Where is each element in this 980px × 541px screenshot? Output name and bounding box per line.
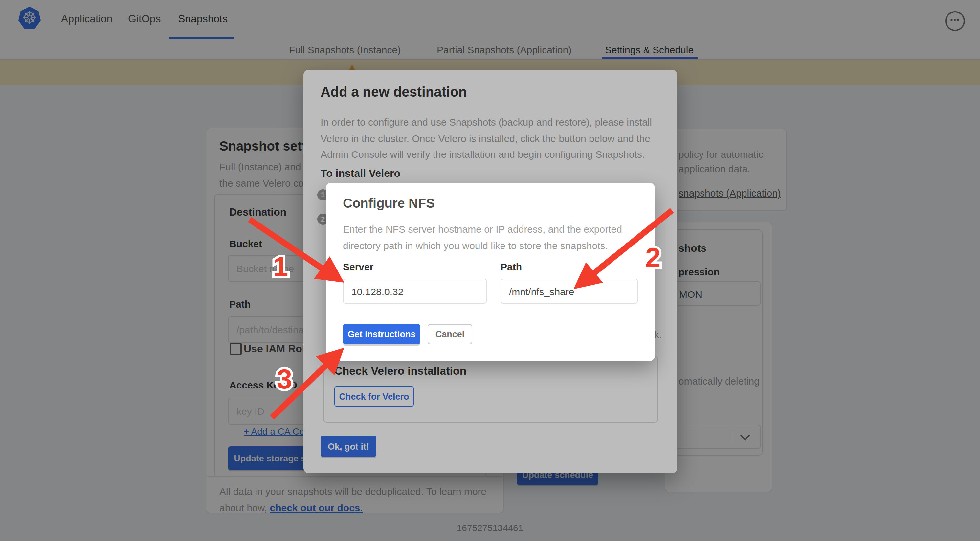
configure-nfs-modal: Configure NFS Enter the NFS server hostn…: [326, 183, 655, 361]
cancel-button[interactable]: Cancel: [428, 324, 472, 345]
configure-nfs-description: Enter the NFS server hostname or IP addr…: [343, 221, 622, 254]
nfs-path-input[interactable]: [501, 279, 638, 304]
nfs-path-label: Path: [501, 261, 522, 272]
server-input[interactable]: [343, 279, 487, 304]
app-root: ☸ Application GitOps Snapshots ••• Full …: [0, 0, 980, 541]
get-instructions-button[interactable]: Get instructions: [343, 324, 420, 345]
configure-nfs-title: Configure NFS: [343, 196, 435, 211]
server-label: Server: [343, 261, 374, 272]
